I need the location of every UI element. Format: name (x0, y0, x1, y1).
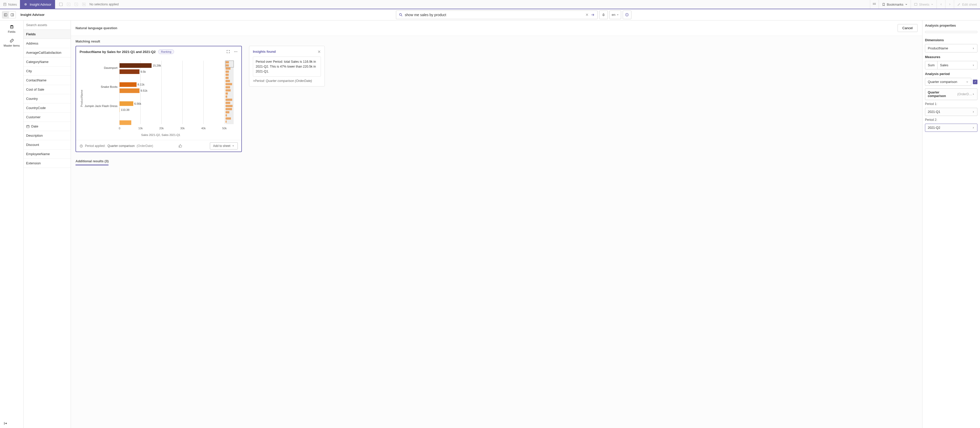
svg-rect-15 (874, 4, 875, 5)
fields-panel: Fields AddressAverageCallSatisfactionCat… (24, 21, 71, 428)
rail-master-items[interactable]: Master items (0, 36, 23, 50)
svg-text:110.38: 110.38 (121, 108, 129, 111)
cancel-button[interactable]: Cancel (897, 24, 918, 32)
period-detail-row[interactable]: Quarter comparison (OrderD… (925, 88, 977, 100)
svg-rect-32 (27, 125, 29, 127)
rail-fields[interactable]: Fields (0, 22, 23, 36)
selection-tools: No selections applied (55, 0, 123, 9)
collapse-rail-button[interactable] (3, 422, 8, 425)
notes-button[interactable]: Notes (0, 0, 20, 9)
lang-label: en (612, 13, 615, 17)
field-item[interactable]: CountryCode (24, 103, 71, 113)
period-comparison-select[interactable]: Quarter comparison (925, 78, 971, 86)
chevron-right-icon (972, 126, 975, 129)
calendar-icon (26, 125, 30, 128)
svg-rect-81 (119, 88, 140, 93)
bookmarks-button[interactable]: Bookmarks (879, 0, 911, 9)
submit-arrow-icon[interactable] (591, 13, 595, 17)
bookmark-icon (882, 3, 885, 6)
svg-rect-79 (119, 82, 137, 87)
y-axis-label: ProductName (80, 58, 84, 138)
field-item[interactable]: Address (24, 39, 71, 48)
add-to-sheet-button[interactable]: Add to sheet (210, 142, 238, 150)
period1-value: 2021-Q1 (928, 110, 940, 114)
insights-close[interactable] (317, 50, 321, 54)
rail-fields-label: Fields (8, 30, 15, 33)
svg-point-4 (25, 4, 26, 5)
period1-select[interactable]: 2021-Q1 (925, 108, 977, 116)
svg-point-36 (234, 51, 235, 52)
left-panel-toggle[interactable] (2, 11, 9, 18)
notes-icon (3, 3, 6, 6)
prev-sheet-button[interactable] (937, 0, 945, 9)
link-icon (10, 38, 14, 43)
field-item[interactable]: CategoryName (24, 57, 71, 67)
search-icon (399, 13, 403, 17)
svg-text:9.51k: 9.51k (140, 89, 148, 92)
svg-rect-74 (119, 63, 151, 68)
chevron-down-icon (905, 3, 908, 6)
clear-sel-icon[interactable] (82, 2, 86, 6)
field-item[interactable]: Discount (24, 140, 71, 150)
fields-search-input[interactable] (26, 23, 68, 27)
rail-master-label: Master items (3, 44, 20, 47)
sheets-button[interactable]: Sheets (911, 0, 937, 9)
close-icon (317, 50, 321, 54)
chevron-down-icon (617, 14, 619, 16)
insight-advisor-tab[interactable]: Insight Advisor (20, 0, 55, 9)
nl-search-box[interactable] (396, 11, 598, 19)
step-back-icon[interactable] (67, 2, 71, 6)
expand-icon[interactable] (226, 50, 230, 54)
field-item[interactable]: Description (24, 131, 71, 140)
period2-select[interactable]: 2021-Q2 (925, 124, 977, 132)
field-item[interactable]: City (24, 67, 71, 76)
voice-input-button[interactable] (599, 11, 608, 19)
svg-rect-67 (226, 108, 232, 110)
selection-tool-icon[interactable] (59, 2, 63, 6)
additional-results-tab[interactable]: Additional results (3) (75, 159, 108, 165)
dimension-pill[interactable]: ProductName (925, 44, 977, 53)
field-item[interactable]: Cost of Sale (24, 85, 71, 94)
bar-chart: 010k20k30k40k50kDavenport15.28k9.5kSnake… (84, 58, 235, 132)
grid-menu-button[interactable] (870, 0, 879, 9)
edit-sheet-button[interactable]: Edit sheet (954, 0, 980, 9)
right-panel-toggle[interactable] (9, 11, 16, 18)
grid-icon (872, 3, 876, 6)
field-item[interactable]: ContactName (24, 76, 71, 85)
svg-rect-86 (119, 108, 120, 112)
measure-pill[interactable]: Sum Sales (925, 61, 977, 69)
period-enabled-checkbox[interactable]: ✓ (973, 80, 977, 84)
result-chart-card: ProductName by Sales for 2021-Q1 and 202… (75, 46, 242, 152)
svg-rect-69 (226, 114, 227, 116)
next-sheet-button[interactable] (945, 0, 954, 9)
language-button[interactable]: en (609, 11, 621, 19)
field-item[interactable]: Customer (24, 113, 71, 122)
fields-header: Fields (24, 30, 71, 39)
chevron-right-icon (972, 93, 975, 95)
info-button[interactable] (623, 11, 632, 19)
field-item[interactable]: Extension (24, 159, 71, 168)
clear-search-icon[interactable] (585, 13, 589, 16)
analysis-type-collapsed[interactable] (925, 31, 977, 33)
svg-rect-65 (226, 102, 230, 104)
field-item[interactable]: AverageCallSatisfaction (24, 48, 71, 57)
svg-rect-68 (226, 111, 229, 113)
add-sheet-label: Add to sheet (213, 144, 230, 148)
fields-list[interactable]: AddressAverageCallSatisfactionCategoryNa… (24, 39, 71, 428)
ranking-badge: Ranking (158, 49, 174, 54)
field-item[interactable]: EmployeeName (24, 150, 71, 159)
fields-search[interactable] (24, 21, 71, 30)
svg-rect-66 (226, 105, 233, 107)
svg-point-37 (235, 51, 236, 52)
more-icon[interactable] (234, 50, 238, 54)
chevron-down-icon (966, 81, 969, 83)
field-item[interactable]: Country (24, 94, 71, 103)
svg-text:30k: 30k (180, 127, 185, 130)
feedback-button[interactable] (178, 144, 183, 148)
svg-rect-54 (226, 67, 230, 70)
step-fwd-icon[interactable] (74, 2, 78, 6)
svg-rect-71 (226, 121, 226, 123)
panel-right-icon (11, 13, 14, 17)
nl-search-input[interactable] (405, 13, 584, 17)
field-item[interactable]: Date (24, 122, 71, 131)
